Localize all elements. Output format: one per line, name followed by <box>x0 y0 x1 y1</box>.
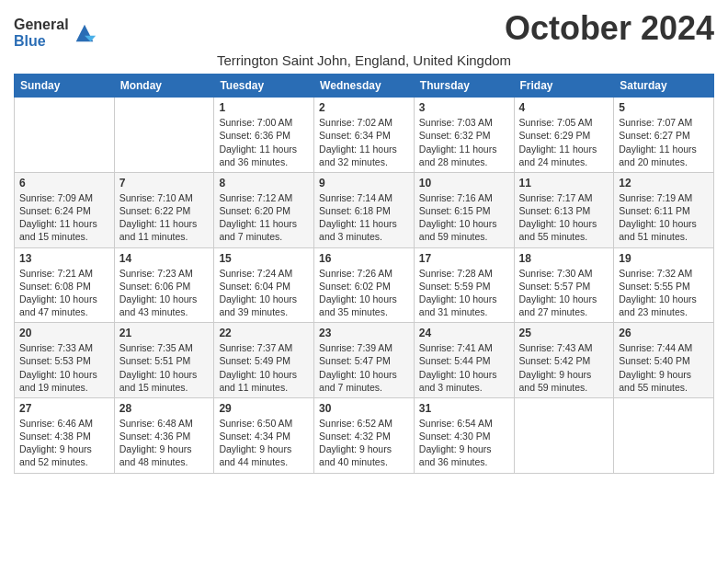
day-number: 29 <box>219 402 309 415</box>
calendar-cell: 16Sunrise: 7:26 AM Sunset: 6:02 PM Dayli… <box>314 247 415 323</box>
logo-general-text: General <box>14 17 69 33</box>
calendar-cell: 26Sunrise: 7:44 AM Sunset: 5:40 PM Dayli… <box>614 323 714 398</box>
calendar-week-row: 20Sunrise: 7:33 AM Sunset: 5:53 PM Dayli… <box>15 323 714 398</box>
calendar-day-header: Sunday <box>15 75 115 98</box>
calendar-cell <box>114 98 214 173</box>
calendar-cell: 25Sunrise: 7:43 AM Sunset: 5:42 PM Dayli… <box>514 323 614 398</box>
calendar-cell: 18Sunrise: 7:30 AM Sunset: 5:57 PM Dayli… <box>514 247 614 323</box>
calendar-cell: 28Sunrise: 6:48 AM Sunset: 4:36 PM Dayli… <box>114 397 214 473</box>
calendar-cell: 15Sunrise: 7:24 AM Sunset: 6:04 PM Dayli… <box>214 247 314 323</box>
day-info: Sunrise: 7:39 AM Sunset: 5:47 PM Dayligh… <box>319 341 409 394</box>
day-number: 8 <box>219 177 309 190</box>
calendar-day-header: Thursday <box>414 75 514 98</box>
calendar-cell: 5Sunrise: 7:07 AM Sunset: 6:27 PM Daylig… <box>614 98 714 173</box>
day-info: Sunrise: 7:43 AM Sunset: 5:42 PM Dayligh… <box>519 341 609 394</box>
calendar-cell: 10Sunrise: 7:16 AM Sunset: 6:15 PM Dayli… <box>414 172 514 247</box>
day-info: Sunrise: 7:24 AM Sunset: 6:04 PM Dayligh… <box>219 267 309 319</box>
calendar-cell: 27Sunrise: 6:46 AM Sunset: 4:38 PM Dayli… <box>15 397 115 473</box>
calendar-cell: 13Sunrise: 7:21 AM Sunset: 6:08 PM Dayli… <box>15 247 115 323</box>
day-number: 11 <box>519 177 609 190</box>
calendar-day-header: Friday <box>514 75 614 98</box>
day-info: Sunrise: 6:52 AM Sunset: 4:32 PM Dayligh… <box>319 417 409 469</box>
day-number: 6 <box>19 177 109 190</box>
day-info: Sunrise: 7:19 AM Sunset: 6:11 PM Dayligh… <box>619 191 709 244</box>
day-number: 5 <box>619 101 709 114</box>
month-title: October 2024 <box>505 9 714 48</box>
day-number: 17 <box>419 252 509 265</box>
day-info: Sunrise: 7:02 AM Sunset: 6:34 PM Dayligh… <box>319 116 409 168</box>
day-number: 13 <box>19 252 109 265</box>
day-info: Sunrise: 7:12 AM Sunset: 6:20 PM Dayligh… <box>219 191 309 244</box>
day-number: 14 <box>119 252 210 265</box>
calendar-cell: 1Sunrise: 7:00 AM Sunset: 6:36 PM Daylig… <box>214 98 314 173</box>
calendar-week-row: 27Sunrise: 6:46 AM Sunset: 4:38 PM Dayli… <box>15 397 714 473</box>
day-number: 9 <box>319 177 409 190</box>
day-info: Sunrise: 7:09 AM Sunset: 6:24 PM Dayligh… <box>19 191 109 244</box>
day-number: 26 <box>619 327 709 339</box>
day-info: Sunrise: 7:21 AM Sunset: 6:08 PM Dayligh… <box>19 267 109 319</box>
day-info: Sunrise: 7:00 AM Sunset: 6:36 PM Dayligh… <box>219 116 309 168</box>
day-number: 10 <box>419 177 509 190</box>
day-number: 1 <box>219 101 309 114</box>
day-info: Sunrise: 7:23 AM Sunset: 6:06 PM Dayligh… <box>119 267 210 319</box>
calendar-header-row: SundayMondayTuesdayWednesdayThursdayFrid… <box>15 75 714 98</box>
calendar-week-row: 6Sunrise: 7:09 AM Sunset: 6:24 PM Daylig… <box>15 172 714 247</box>
calendar-day-header: Wednesday <box>314 75 415 98</box>
day-info: Sunrise: 7:14 AM Sunset: 6:18 PM Dayligh… <box>319 191 409 244</box>
calendar-cell: 29Sunrise: 6:50 AM Sunset: 4:34 PM Dayli… <box>214 397 314 473</box>
day-info: Sunrise: 7:17 AM Sunset: 6:13 PM Dayligh… <box>519 191 609 244</box>
day-info: Sunrise: 7:26 AM Sunset: 6:02 PM Dayligh… <box>319 267 409 319</box>
calendar-cell: 31Sunrise: 6:54 AM Sunset: 4:30 PM Dayli… <box>414 397 514 473</box>
calendar-week-row: 1Sunrise: 7:00 AM Sunset: 6:36 PM Daylig… <box>15 98 714 173</box>
day-info: Sunrise: 7:32 AM Sunset: 5:55 PM Dayligh… <box>619 267 709 319</box>
day-info: Sunrise: 7:41 AM Sunset: 5:44 PM Dayligh… <box>419 341 509 394</box>
calendar-cell <box>514 397 614 473</box>
day-info: Sunrise: 7:03 AM Sunset: 6:32 PM Dayligh… <box>419 116 509 168</box>
subtitle: Terrington Saint John, England, United K… <box>14 52 714 68</box>
day-info: Sunrise: 6:46 AM Sunset: 4:38 PM Dayligh… <box>19 417 109 469</box>
day-number: 30 <box>319 402 409 415</box>
day-number: 3 <box>419 101 509 114</box>
calendar-cell: 19Sunrise: 7:32 AM Sunset: 5:55 PM Dayli… <box>614 247 714 323</box>
logo-blue-text: Blue <box>14 33 69 50</box>
calendar-week-row: 13Sunrise: 7:21 AM Sunset: 6:08 PM Dayli… <box>15 247 714 323</box>
calendar-cell: 4Sunrise: 7:05 AM Sunset: 6:29 PM Daylig… <box>514 98 614 173</box>
day-number: 27 <box>19 402 109 415</box>
day-number: 15 <box>219 252 309 265</box>
day-info: Sunrise: 7:10 AM Sunset: 6:22 PM Dayligh… <box>119 191 210 244</box>
day-info: Sunrise: 7:30 AM Sunset: 5:57 PM Dayligh… <box>519 267 609 319</box>
calendar-day-header: Tuesday <box>214 75 314 98</box>
day-number: 24 <box>419 327 509 339</box>
calendar-cell: 3Sunrise: 7:03 AM Sunset: 6:32 PM Daylig… <box>414 98 514 173</box>
logo: General Blue <box>14 17 97 49</box>
calendar-day-header: Monday <box>114 75 214 98</box>
calendar-table: SundayMondayTuesdayWednesdayThursdayFrid… <box>14 74 714 473</box>
calendar-cell: 12Sunrise: 7:19 AM Sunset: 6:11 PM Dayli… <box>614 172 714 247</box>
day-info: Sunrise: 7:07 AM Sunset: 6:27 PM Dayligh… <box>619 116 709 168</box>
calendar-cell <box>614 397 714 473</box>
calendar-cell: 21Sunrise: 7:35 AM Sunset: 5:51 PM Dayli… <box>114 323 214 398</box>
calendar-cell: 22Sunrise: 7:37 AM Sunset: 5:49 PM Dayli… <box>214 323 314 398</box>
day-number: 21 <box>119 327 210 339</box>
day-info: Sunrise: 6:54 AM Sunset: 4:30 PM Dayligh… <box>419 417 509 469</box>
day-number: 16 <box>319 252 409 265</box>
calendar-cell: 11Sunrise: 7:17 AM Sunset: 6:13 PM Dayli… <box>514 172 614 247</box>
logo-icon <box>72 20 97 46</box>
calendar-cell: 7Sunrise: 7:10 AM Sunset: 6:22 PM Daylig… <box>114 172 214 247</box>
day-info: Sunrise: 7:33 AM Sunset: 5:53 PM Dayligh… <box>19 341 109 394</box>
day-number: 7 <box>119 177 210 190</box>
day-info: Sunrise: 6:50 AM Sunset: 4:34 PM Dayligh… <box>219 417 309 469</box>
day-info: Sunrise: 6:48 AM Sunset: 4:36 PM Dayligh… <box>119 417 210 469</box>
day-number: 22 <box>219 327 309 339</box>
day-info: Sunrise: 7:35 AM Sunset: 5:51 PM Dayligh… <box>119 341 210 394</box>
day-info: Sunrise: 7:05 AM Sunset: 6:29 PM Dayligh… <box>519 116 609 168</box>
day-number: 19 <box>619 252 709 265</box>
day-number: 23 <box>319 327 409 339</box>
day-number: 4 <box>519 101 609 114</box>
calendar-cell: 17Sunrise: 7:28 AM Sunset: 5:59 PM Dayli… <box>414 247 514 323</box>
day-info: Sunrise: 7:37 AM Sunset: 5:49 PM Dayligh… <box>219 341 309 394</box>
calendar-day-header: Saturday <box>614 75 714 98</box>
day-info: Sunrise: 7:16 AM Sunset: 6:15 PM Dayligh… <box>419 191 509 244</box>
calendar-cell: 24Sunrise: 7:41 AM Sunset: 5:44 PM Dayli… <box>414 323 514 398</box>
calendar-cell: 20Sunrise: 7:33 AM Sunset: 5:53 PM Dayli… <box>15 323 115 398</box>
